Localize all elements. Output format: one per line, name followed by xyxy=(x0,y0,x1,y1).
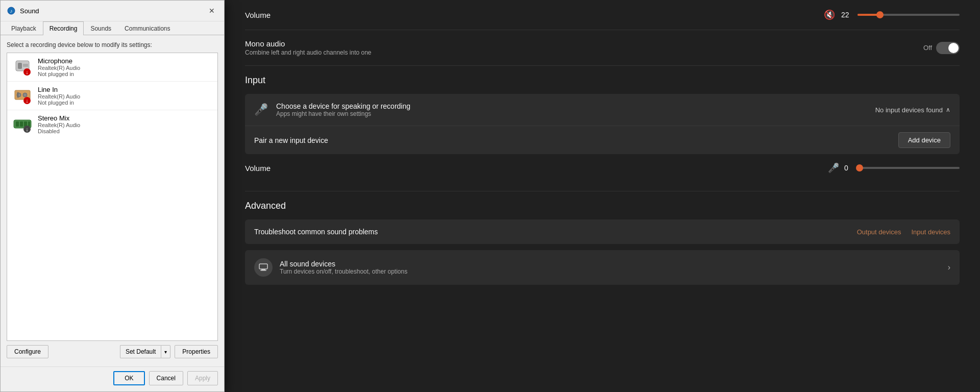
volume-mute-icon: 🔇 xyxy=(824,9,835,20)
add-device-button[interactable]: Add device xyxy=(898,132,950,148)
output-devices-link[interactable]: Output devices xyxy=(857,228,901,236)
all-devices-title: All sound devices xyxy=(280,260,407,268)
dialog-tabs: Playback Recording Sounds Communications xyxy=(1,21,224,35)
svg-rect-20 xyxy=(259,264,267,269)
troubleshoot-label: Troubleshoot common sound problems xyxy=(254,228,378,236)
dialog-close-button[interactable]: ✕ xyxy=(206,5,218,17)
configure-button[interactable]: Configure xyxy=(7,345,48,358)
input-volume-slider[interactable] xyxy=(857,167,960,169)
dialog-title-left: ♪ Sound xyxy=(7,6,39,15)
mono-audio-title: Mono audio xyxy=(245,39,372,48)
tab-recording[interactable]: Recording xyxy=(43,21,84,35)
set-default-button[interactable]: Set Default xyxy=(120,345,161,358)
svg-rect-3 xyxy=(18,63,22,69)
cancel-button[interactable]: Cancel xyxy=(149,371,183,385)
mono-audio-row: Mono audio Combine left and right audio … xyxy=(245,39,960,56)
input-devices-link[interactable]: Input devices xyxy=(911,228,950,236)
stereomix-icon: ↓ xyxy=(12,115,33,134)
svg-text:↓: ↓ xyxy=(26,126,29,132)
svg-rect-21 xyxy=(261,269,265,270)
settings-panel: Volume 🔇 22 Mono audio Combine left and … xyxy=(225,0,980,392)
mono-audio-subtitle: Combine left and right audio channels in… xyxy=(245,49,372,56)
input-device-title: Choose a device for speaking or recordin… xyxy=(276,102,410,110)
device-item-stereomix[interactable]: ↓ Stereo Mix Realtek(R) Audio Disabled xyxy=(7,110,217,138)
svg-point-9 xyxy=(23,93,27,97)
output-volume-slider[interactable] xyxy=(857,14,960,16)
volume-number: 22 xyxy=(841,11,851,19)
input-section-title: Input xyxy=(245,75,960,86)
linein-name: Line In xyxy=(38,86,80,93)
output-volume-section: Volume 🔇 22 xyxy=(245,0,960,30)
dialog-bottom-buttons: OK Cancel Apply xyxy=(1,366,224,391)
set-default-split: Set Default ▾ xyxy=(120,345,170,358)
slider-thumb[interactable] xyxy=(876,11,884,18)
volume-row: Volume 🔇 22 xyxy=(245,9,960,20)
toggle-knob xyxy=(948,43,959,53)
input-device-left: 🎤 Choose a device for speaking or record… xyxy=(254,102,410,117)
stereomix-info: Stereo Mix Realtek(R) Audio Disabled xyxy=(38,114,80,134)
advanced-title: Advanced xyxy=(245,201,960,211)
linein-icon: ↓ xyxy=(12,87,33,105)
device-item-linein[interactable]: ↓ Line In Realtek(R) Audio Not plugged i… xyxy=(7,82,217,110)
dialog-instruction: Select a recording device below to modif… xyxy=(7,41,218,48)
linein-info: Line In Realtek(R) Audio Not plugged in xyxy=(38,86,80,106)
input-volume-label: Volume xyxy=(245,164,271,173)
dialog-title-text: Sound xyxy=(20,7,39,15)
chevron-right-icon: › xyxy=(948,263,950,272)
linein-driver: Realtek(R) Audio xyxy=(38,93,80,100)
mono-audio-toggle-container: Off xyxy=(923,42,960,54)
microphone-info: Microphone Realtek(R) Audio Not plugged … xyxy=(38,57,80,77)
pair-device-row: Pair a new input device Add device xyxy=(245,126,960,154)
microphone-status: Not plugged in xyxy=(38,71,80,77)
svg-text:↓: ↓ xyxy=(26,97,29,104)
tab-sounds[interactable]: Sounds xyxy=(84,21,118,35)
sound-icon: ♪ xyxy=(7,6,16,15)
properties-button[interactable]: Properties xyxy=(175,345,218,358)
input-device-subtitle: Apps might have their own settings xyxy=(276,110,410,117)
ok-button[interactable]: OK xyxy=(113,371,144,385)
apply-button[interactable]: Apply xyxy=(187,371,218,385)
all-devices-icon xyxy=(254,258,273,277)
all-devices-subtitle: Turn devices on/off, troubleshoot, other… xyxy=(280,268,407,275)
pair-device-label: Pair a new input device xyxy=(254,136,328,144)
mono-audio-toggle-label: Off xyxy=(923,44,932,52)
dialog-action-buttons: Configure Set Default ▾ Properties xyxy=(7,341,218,360)
input-slider-thumb[interactable] xyxy=(856,164,863,172)
svg-text:↓: ↓ xyxy=(26,69,29,75)
set-default-arrow[interactable]: ▾ xyxy=(161,345,170,358)
volume-controls: 🔇 22 xyxy=(824,9,960,20)
svg-rect-10 xyxy=(17,92,19,98)
sound-dialog: ♪ Sound ✕ Playback Recording Sounds Comm… xyxy=(0,0,225,392)
microphone-driver: Realtek(R) Audio xyxy=(38,65,80,71)
tab-playback[interactable]: Playback xyxy=(5,21,43,35)
input-volume-row: Volume 🎤 0 xyxy=(245,154,960,182)
mono-audio-section: Mono audio Combine left and right audio … xyxy=(245,30,960,66)
stereomix-name: Stereo Mix xyxy=(38,114,80,122)
microphone-name: Microphone xyxy=(38,57,80,65)
input-device-card: 🎤 Choose a device for speaking or record… xyxy=(245,94,960,154)
input-mic-icon: 🎤 xyxy=(828,162,839,174)
troubleshoot-card: Troubleshoot common sound problems Outpu… xyxy=(245,219,960,244)
tab-communications[interactable]: Communications xyxy=(118,21,177,35)
input-device-main: 🎤 Choose a device for speaking or record… xyxy=(245,94,960,126)
input-device-text: Choose a device for speaking or recordin… xyxy=(276,102,410,117)
mono-audio-info: Mono audio Combine left and right audio … xyxy=(245,39,372,56)
microphone-icon: ↓ xyxy=(12,58,33,77)
svg-rect-14 xyxy=(16,121,19,127)
chevron-up-icon: ∧ xyxy=(946,106,950,113)
stereomix-status: Disabled xyxy=(38,128,80,134)
device-item-microphone[interactable]: ↓ Microphone Realtek(R) Audio Not plugge… xyxy=(7,53,217,82)
mono-audio-toggle[interactable] xyxy=(936,42,960,54)
input-volume-right: 🎤 0 xyxy=(828,162,960,174)
svg-rect-4 xyxy=(23,64,28,67)
all-devices-card[interactable]: All sound devices Turn devices on/off, t… xyxy=(245,250,960,285)
dialog-content: Select a recording device below to modif… xyxy=(1,35,224,366)
svg-rect-15 xyxy=(20,121,23,127)
no-devices-found: No input devices found ∧ xyxy=(875,106,950,114)
all-devices-text: All sound devices Turn devices on/off, t… xyxy=(280,260,407,275)
dialog-titlebar: ♪ Sound ✕ xyxy=(1,1,224,21)
mic-icon: 🎤 xyxy=(254,103,268,116)
all-devices-left: All sound devices Turn devices on/off, t… xyxy=(254,258,407,277)
no-devices-text: No input devices found xyxy=(875,106,943,114)
input-volume-value: 0 xyxy=(844,164,852,172)
